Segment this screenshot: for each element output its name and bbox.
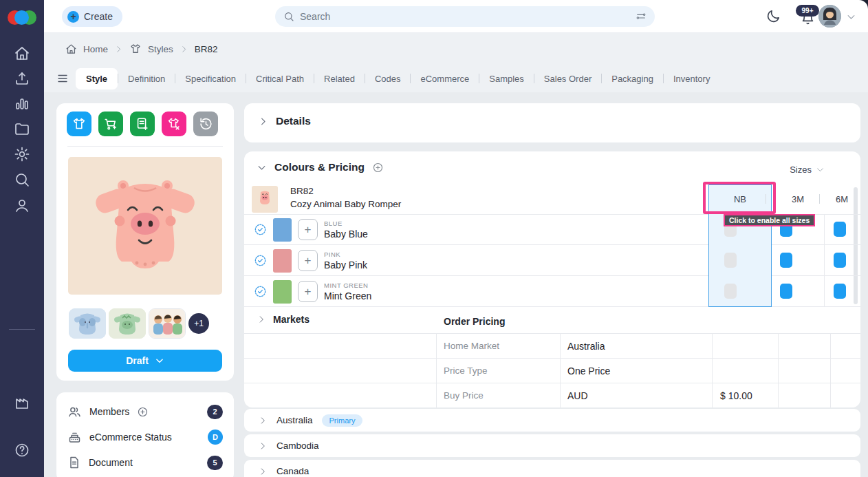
product-header: BR82 Cozy Animal Baby Romper	[252, 186, 401, 213]
markets-section-toggle[interactable]: Markets	[257, 314, 310, 325]
tab-related[interactable]: Related	[314, 68, 365, 89]
folder-icon[interactable]	[14, 120, 30, 137]
breadcrumb-home-icon[interactable]	[65, 43, 77, 55]
add-image-button[interactable]: +	[298, 281, 318, 302]
three-babies-image	[149, 309, 186, 339]
profile-chevron-down-icon[interactable]	[846, 12, 856, 22]
pricing-field-value[interactable]: Australia	[567, 341, 605, 352]
size-header-nb[interactable]: NB	[708, 184, 772, 214]
chevron-down-icon	[155, 356, 164, 365]
search-bar[interactable]	[275, 6, 655, 27]
colour-swatch	[273, 280, 292, 304]
country-card-cambodia[interactable]: Cambodia	[244, 434, 860, 457]
rail-divider	[9, 329, 35, 330]
application-window: + Create 99+ Home Styles BR82 Style	[0, 0, 868, 477]
more-images-badge[interactable]: +1	[188, 313, 209, 334]
tab-samples[interactable]: Samples	[479, 68, 534, 89]
add-image-button[interactable]: +	[298, 219, 318, 240]
remove-style-button[interactable]	[162, 112, 186, 136]
country-card-australia[interactable]: Australia Primary	[244, 409, 860, 432]
pricing-field-value[interactable]: AUD	[567, 390, 588, 401]
tab-specification[interactable]: Specification	[175, 68, 246, 89]
document-count-badge: 5	[207, 456, 223, 470]
tab-definition[interactable]: Definition	[118, 68, 175, 89]
add-document-button[interactable]	[130, 112, 155, 136]
search-input[interactable]	[300, 11, 630, 22]
size-header-separator	[819, 194, 820, 204]
chevron-down-icon	[257, 162, 267, 173]
size-checkbox-nb-disabled[interactable]	[724, 284, 737, 299]
settings-gear-icon[interactable]	[14, 146, 30, 162]
add-image-button[interactable]: +	[298, 250, 318, 271]
product-name: Cozy Animal Baby Romper	[290, 199, 401, 209]
app-logo[interactable]	[8, 10, 36, 27]
add-colour-icon[interactable]	[372, 162, 384, 173]
tab-packaging[interactable]: Packaging	[602, 68, 663, 89]
notification-count-badge: 99+	[796, 5, 819, 17]
details-section-toggle[interactable]: Details	[258, 115, 311, 127]
country-name: Cambodia	[276, 441, 319, 451]
sizes-dropdown[interactable]: Sizes	[790, 165, 825, 175]
order-pricing-title: Order Pricing	[444, 316, 505, 327]
thumbnail-babies-photo[interactable]	[149, 308, 186, 339]
tab-critical-path[interactable]: Critical Path	[246, 68, 314, 89]
bar-chart-icon[interactable]	[14, 95, 30, 112]
colours-section-toggle[interactable]: Colours & Pricing	[257, 161, 384, 173]
check-circle-icon[interactable]	[254, 285, 267, 298]
breadcrumb-home[interactable]: Home	[83, 44, 108, 54]
size-checkbox-6m-checked[interactable]	[834, 284, 846, 299]
factory-icon[interactable]	[14, 394, 30, 411]
status-dropdown-button[interactable]: Draft	[68, 350, 222, 372]
tab-bar: Style Definition Specification Critical …	[44, 65, 868, 92]
document-row[interactable]: Document 5	[67, 454, 223, 471]
size-checkbox-6m-checked[interactable]	[834, 253, 846, 268]
buy-price-amount[interactable]: $ 10.00	[720, 390, 752, 401]
chevron-right-icon	[114, 45, 123, 54]
size-header-6m[interactable]: 6M	[824, 184, 860, 214]
members-count-badge: 2	[207, 405, 223, 419]
country-card-canada[interactable]: Canada	[244, 460, 860, 477]
members-row[interactable]: Members 2	[67, 403, 223, 421]
ecommerce-status-row[interactable]: eCommerce Status D	[67, 428, 223, 446]
size-header-3m[interactable]: 3M	[772, 184, 824, 214]
dark-mode-moon-icon[interactable]	[766, 8, 781, 24]
menu-hamburger-icon[interactable]	[56, 72, 69, 85]
status-label: Draft	[126, 355, 149, 366]
filter-sliders-icon[interactable]	[636, 11, 647, 22]
profile-icon[interactable]	[14, 198, 30, 214]
search-nav-icon[interactable]	[14, 171, 30, 188]
size-checkbox-3m-checked[interactable]	[780, 284, 792, 299]
pricing-field-value[interactable]: One Price	[567, 365, 610, 377]
size-checkbox-nb-disabled[interactable]	[724, 253, 737, 268]
tab-inventory[interactable]: Inventory	[664, 68, 719, 89]
help-icon[interactable]	[14, 442, 30, 458]
size-checkbox-6m-checked[interactable]	[834, 222, 846, 237]
tab-codes[interactable]: Codes	[365, 68, 411, 89]
upload-icon[interactable]	[14, 70, 30, 87]
check-circle-icon[interactable]	[254, 223, 267, 236]
breadcrumb-styles[interactable]: Styles	[148, 44, 173, 54]
add-to-cart-button[interactable]	[98, 112, 123, 136]
chevron-right-icon	[258, 116, 268, 127]
product-main-image[interactable]	[68, 157, 222, 295]
colours-title: Colours & Pricing	[274, 161, 365, 173]
home-icon[interactable]	[14, 45, 30, 62]
add-member-icon[interactable]	[137, 406, 149, 418]
user-avatar[interactable]	[818, 5, 841, 28]
history-button[interactable]	[193, 112, 218, 136]
chevron-right-icon	[180, 45, 188, 54]
register-icon	[67, 430, 82, 445]
pig-romper-image	[68, 157, 222, 295]
chevron-right-icon	[258, 416, 268, 425]
size-checkbox-3m-checked[interactable]	[780, 253, 792, 268]
tab-style[interactable]: Style	[76, 68, 118, 89]
copy-style-shirt-button[interactable]	[67, 112, 91, 136]
check-circle-icon[interactable]	[254, 254, 267, 267]
pricing-field-label: Buy Price	[444, 390, 484, 401]
tab-ecommerce[interactable]: eCommerce	[411, 68, 479, 89]
create-button[interactable]: + Create	[62, 6, 122, 27]
thumbnail-blue-elephant[interactable]	[69, 308, 106, 339]
tab-sales-order[interactable]: Sales Order	[534, 68, 601, 89]
colour-swatch	[273, 249, 292, 273]
thumbnail-green-dino[interactable]	[109, 308, 146, 339]
